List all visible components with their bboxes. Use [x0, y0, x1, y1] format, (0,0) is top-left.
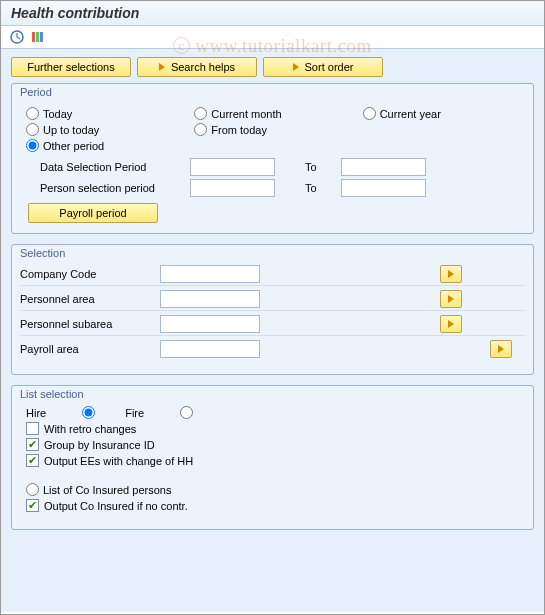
list-selection-panel: List selection Hire Fire With retro chan… [11, 385, 534, 530]
person-selection-from-input[interactable] [190, 179, 275, 197]
personnel-subarea-multi-button[interactable] [440, 315, 462, 333]
selection-panel: Selection Company Code Personnel area Pe… [11, 244, 534, 375]
payroll-period-button[interactable]: Payroll period [28, 203, 158, 223]
arrow-right-icon [448, 295, 454, 303]
arrow-right-icon [293, 63, 299, 71]
personnel-area-input[interactable] [160, 290, 260, 308]
button-label: Further selections [27, 61, 114, 73]
radio-current-year[interactable] [363, 107, 376, 120]
button-label: Search helps [171, 61, 235, 73]
execute-icon[interactable] [9, 29, 25, 45]
to-label: To [305, 161, 335, 173]
svg-rect-2 [36, 32, 39, 42]
checkbox-label: Group by Insurance ID [44, 439, 155, 451]
payroll-area-multi-button[interactable] [490, 340, 512, 358]
hire-label: Hire [26, 407, 46, 419]
data-selection-to-input[interactable] [341, 158, 426, 176]
company-code-label: Company Code [20, 268, 160, 280]
personnel-area-label: Personnel area [20, 293, 160, 305]
radio-other-period[interactable] [26, 139, 39, 152]
arrow-right-icon [159, 63, 165, 71]
radio-list-co-insured[interactable] [26, 483, 39, 496]
checkbox-label: Output EEs with change of HH [44, 455, 193, 467]
window-header: Health contribution [1, 1, 544, 26]
radio-label: Current year [380, 108, 441, 120]
radio-label: Other period [43, 140, 104, 152]
arrow-right-icon [498, 345, 504, 353]
radio-hire[interactable] [82, 406, 95, 419]
radio-label: Up to today [43, 124, 99, 136]
data-selection-from-input[interactable] [190, 158, 275, 176]
panel-title: Period [20, 86, 525, 98]
sort-order-button[interactable]: Sort order [263, 57, 383, 77]
fire-label: Fire [125, 407, 144, 419]
search-helps-button[interactable]: Search helps [137, 57, 257, 77]
company-code-multi-button[interactable] [440, 265, 462, 283]
to-label: To [305, 182, 335, 194]
radio-up-to-today[interactable] [26, 123, 39, 136]
personnel-subarea-label: Personnel subarea [20, 318, 160, 330]
checkbox-label: With retro changes [44, 423, 136, 435]
radio-label: Today [43, 108, 72, 120]
checkbox-group-insurance-id[interactable] [26, 438, 39, 451]
radio-current-month[interactable] [194, 107, 207, 120]
personnel-area-multi-button[interactable] [440, 290, 462, 308]
radio-from-today[interactable] [194, 123, 207, 136]
arrow-right-icon [448, 320, 454, 328]
further-selections-button[interactable]: Further selections [11, 57, 131, 77]
radio-today[interactable] [26, 107, 39, 120]
person-selection-to-input[interactable] [341, 179, 426, 197]
svg-rect-1 [32, 32, 35, 42]
checkbox-retro-changes[interactable] [26, 422, 39, 435]
checkbox-label: Output Co Insured if no contr. [44, 500, 188, 512]
button-label: Payroll period [59, 207, 126, 219]
panel-title: Selection [20, 247, 525, 259]
person-selection-period-label: Person selection period [40, 182, 190, 194]
svg-rect-3 [40, 32, 43, 42]
button-label: Sort order [305, 61, 354, 73]
page-title: Health contribution [11, 5, 534, 21]
app-toolbar [1, 26, 544, 49]
checkbox-output-co-insured[interactable] [26, 499, 39, 512]
action-bar: Further selections Search helps Sort ord… [11, 57, 534, 77]
period-panel: Period Today Up to today Other period Cu… [11, 83, 534, 234]
payroll-area-label: Payroll area [20, 343, 160, 355]
panel-title: List selection [20, 388, 525, 400]
personnel-subarea-input[interactable] [160, 315, 260, 333]
arrow-right-icon [448, 270, 454, 278]
radio-label: List of Co Insured persons [43, 484, 171, 496]
radio-label: From today [211, 124, 267, 136]
radio-fire[interactable] [180, 406, 193, 419]
company-code-input[interactable] [160, 265, 260, 283]
checkbox-output-ees-hh[interactable] [26, 454, 39, 467]
data-selection-period-label: Data Selection Period [40, 161, 190, 173]
content-area: Further selections Search helps Sort ord… [1, 49, 544, 612]
radio-label: Current month [211, 108, 281, 120]
payroll-area-input[interactable] [160, 340, 260, 358]
variants-icon[interactable] [29, 29, 45, 45]
